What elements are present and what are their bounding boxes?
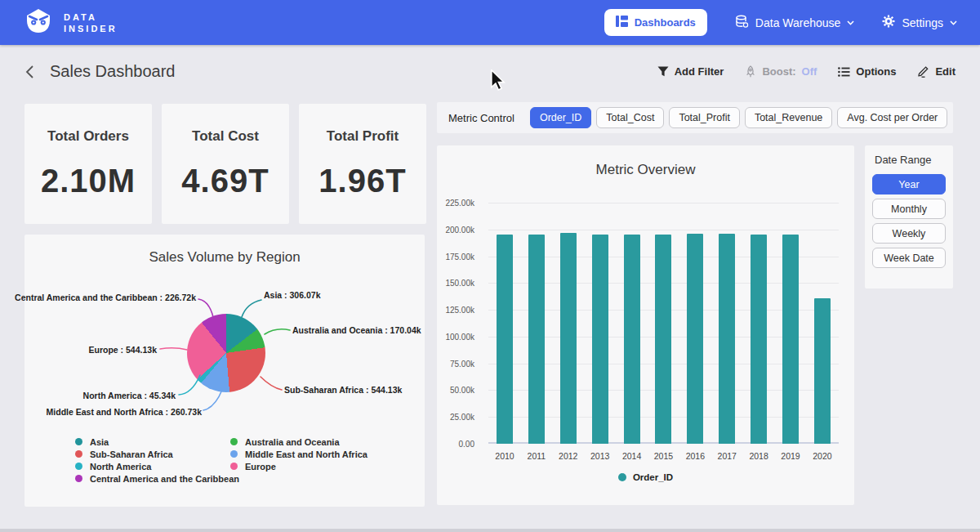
legend-dot (75, 463, 82, 470)
pie-chart[interactable] (187, 314, 265, 392)
x-tick-label: 2020 (813, 451, 831, 461)
bar-chart-title: Metric Overview (437, 162, 854, 178)
bar-slot: 2018 (751, 203, 767, 444)
kpi-label: Total Cost (192, 128, 259, 145)
bar-2011[interactable] (528, 235, 545, 444)
legend-dot (230, 438, 238, 445)
options-button[interactable]: Options (838, 65, 896, 78)
bar-2014[interactable] (624, 235, 640, 444)
page-header: Sales Dashboard Add Filter Boost: Off (0, 45, 980, 98)
metric-button-avg-cost-per-order[interactable]: Avg. Cost per Order (837, 107, 947, 128)
metric-button-total-profit[interactable]: Total_Profit (669, 107, 740, 128)
page-title: Sales Dashboard (50, 62, 175, 81)
bar-2013[interactable] (592, 235, 608, 444)
bar-2012[interactable] (560, 233, 577, 444)
pie-legend-item: Middle East and North Africa (230, 448, 368, 460)
pie-legend-item: Sub-Saharan Africa (75, 448, 239, 460)
navbar-right: Dashboards Data Warehouse (604, 9, 957, 36)
pie-legend-item: Asia (75, 436, 239, 448)
brand[interactable]: DATA INSIDER (23, 7, 118, 38)
legend-label: Central America and the Caribbean (90, 474, 239, 484)
bar-series: 2010201120122013201420152016201720182019… (497, 203, 831, 444)
pie-legend-item: Central America and the Caribbean (75, 472, 239, 485)
metric-button-order-id[interactable]: Order_ID (530, 107, 591, 128)
kpi-value: 2.10M (41, 163, 136, 199)
chevron-down-icon (847, 20, 854, 25)
gear-icon (882, 15, 895, 30)
x-tick-label: 2018 (749, 451, 768, 461)
back-button[interactable] (24, 65, 35, 79)
header-actions: Add Filter Boost: Off Options (657, 65, 956, 78)
legend-dot (230, 463, 238, 470)
date-range-card: Date Range Year Monthly Weekly Week Date (865, 145, 953, 288)
bar-slot: 2019 (782, 203, 799, 444)
bar-2015[interactable] (655, 235, 671, 444)
bar-chart-legend: Order_ID (437, 472, 854, 482)
y-tick-label: 175.00k (445, 253, 474, 262)
kpi-value: 4.69T (181, 163, 269, 199)
bar-2019[interactable] (782, 235, 799, 444)
kpi-card-total-orders: Total Orders 2.10M (24, 104, 152, 224)
metric-control-label: Metric Control (448, 112, 514, 124)
database-icon (735, 15, 749, 31)
app-root: DATA INSIDER Dashboards (0, 0, 980, 532)
bar-2017[interactable] (719, 234, 735, 444)
kpi-card-total-cost: Total Cost 4.69T (162, 104, 289, 224)
owl-logo-icon (23, 7, 54, 38)
legend-dot (230, 450, 238, 458)
pie-label-central-america-caribbean: Central America and the Caribbean : 226.… (15, 293, 196, 302)
bar-slot: 2011 (528, 203, 545, 444)
bar-2010[interactable] (497, 235, 513, 444)
pie-label-asia: Asia : 306.07k (264, 290, 320, 300)
data-warehouse-menu[interactable]: Data Warehouse (735, 15, 855, 31)
add-filter-button[interactable]: Add Filter (657, 65, 724, 78)
bar-slot: 2014 (624, 203, 640, 444)
top-navbar: DATA INSIDER Dashboards (0, 0, 980, 45)
x-tick-label: 2017 (718, 451, 737, 461)
x-tick-label: 2019 (781, 451, 800, 461)
legend-dot (75, 450, 82, 458)
settings-menu[interactable]: Settings (882, 15, 957, 30)
metric-button-total-revenue[interactable]: Total_Revenue (745, 107, 832, 128)
pie-label-sub-saharan-africa: Sub-Saharan Africa : 544.13k (284, 385, 402, 395)
legend-dot (75, 475, 82, 482)
boost-toggle[interactable]: Boost: Off (745, 65, 817, 78)
edit-button[interactable]: Edit (917, 65, 956, 78)
bar-2016[interactable] (687, 234, 703, 445)
pie-legend-column-2: Australia and OceaniaMiddle East and Nor… (230, 436, 368, 472)
bar-plot: 2010201120122013201420152016201720182019… (488, 203, 839, 444)
date-range-weekly-button[interactable]: Weekly (872, 223, 946, 244)
y-tick-label: 150.00k (445, 279, 474, 288)
brand-name: DATA INSIDER (64, 11, 118, 34)
chevron-down-icon (950, 20, 957, 25)
bar-2018[interactable] (751, 235, 767, 444)
bar-slot: 2017 (719, 203, 735, 444)
rocket-icon (745, 65, 756, 78)
x-tick-label: 2016 (686, 451, 705, 461)
metric-overview-card: Metric Overview 225.00k200.00k175.00k150… (437, 145, 854, 505)
y-tick-label: 0.00 (459, 440, 474, 449)
kpi-value: 1.96T (318, 163, 406, 199)
kpi-label: Total Profit (327, 128, 399, 145)
pie-legend-item: North America (75, 460, 239, 472)
bar-chart-y-axis: 225.00k200.00k175.00k150.00k125.00k100.0… (437, 203, 481, 444)
date-range-year-button[interactable]: Year (872, 174, 946, 194)
bottom-strip (0, 529, 980, 532)
legend-dot (75, 438, 82, 445)
pie-legend-item: Australia and Oceania (230, 436, 368, 448)
bar-slot: 2010 (497, 203, 513, 444)
sales-volume-card: Sales Volume by Region Asia : 306.07k Au… (24, 235, 425, 507)
date-range-monthly-button[interactable]: Monthly (872, 199, 946, 219)
x-tick-label: 2015 (654, 451, 673, 461)
x-tick-label: 2011 (528, 451, 546, 461)
bar-2020[interactable] (814, 298, 831, 444)
date-range-week-date-button[interactable]: Week Date (872, 248, 946, 268)
bar-slot: 2012 (560, 203, 577, 444)
y-tick-label: 125.00k (445, 306, 474, 315)
dashboards-button[interactable]: Dashboards (604, 9, 707, 36)
legend-label: Middle East and North Africa (245, 449, 368, 459)
x-tick-label: 2010 (495, 451, 514, 461)
metric-button-total-cost[interactable]: Total_Cost (596, 107, 664, 128)
legend-label: North America (90, 462, 151, 472)
metric-control-bar: Metric Control Order_ID Total_Cost Total… (437, 102, 953, 133)
